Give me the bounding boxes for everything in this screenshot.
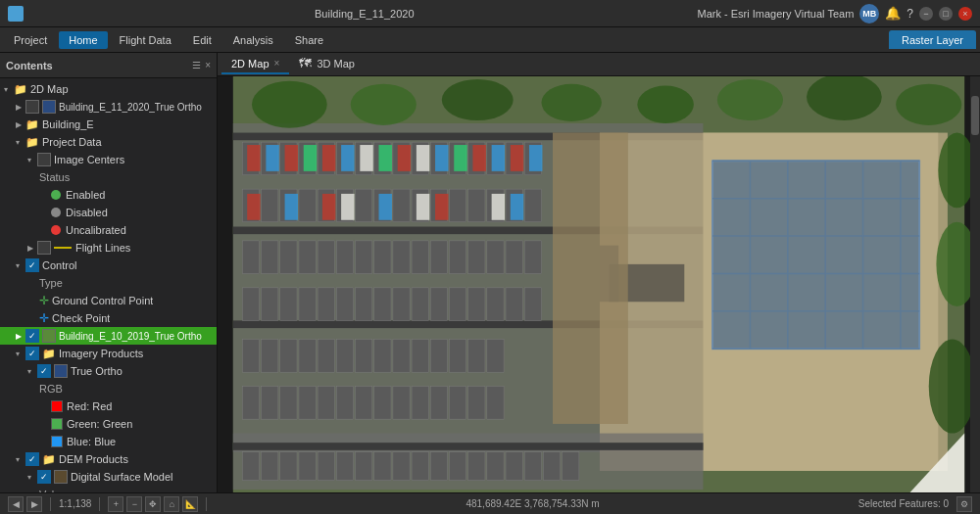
tree-item-true-ortho[interactable]: ▾ ✓ True Ortho — [0, 362, 217, 380]
svg-rect-67 — [506, 288, 522, 321]
tree-item-building-e[interactable]: ▶ 📁 Building_E — [0, 116, 217, 133]
tree-item-gcp[interactable]: ✛ Ground Control Point — [0, 292, 217, 309]
tree-item-control[interactable]: ▾ ✓ Control — [0, 257, 217, 274]
tab-2d-map[interactable]: 2D Map × — [221, 55, 289, 74]
svg-rect-52 — [524, 241, 541, 274]
svg-rect-114 — [322, 194, 335, 220]
tab-close-icon[interactable]: × — [274, 58, 280, 69]
tree-label: Value — [39, 489, 66, 492]
tab-3d-label: 3D Map — [317, 58, 355, 70]
checkbox[interactable]: ✓ — [25, 329, 39, 343]
map-tabs: 2D Map × 🗺 3D Map — [218, 53, 980, 76]
svg-rect-39 — [280, 241, 297, 274]
tree-item-2dmap[interactable]: ▾ 📁 2D Map — [0, 80, 217, 98]
svg-rect-72 — [299, 340, 316, 373]
svg-rect-82 — [487, 340, 504, 373]
svg-rect-162 — [430, 452, 447, 481]
menu-edit[interactable]: Edit — [183, 31, 221, 49]
zoom-in[interactable]: + — [108, 496, 123, 512]
tree-label: Status — [39, 171, 70, 183]
layer-icon — [54, 364, 68, 378]
svg-rect-38 — [262, 241, 278, 274]
window-controls[interactable]: − □ × — [919, 7, 972, 21]
sidebar-close[interactable]: × — [205, 60, 211, 70]
measure-icon[interactable]: 📐 — [182, 496, 198, 512]
svg-rect-37 — [242, 241, 259, 274]
minimize-button[interactable]: − — [919, 7, 933, 21]
checkbox[interactable]: ✓ — [37, 364, 51, 378]
tree-item-project-data[interactable]: ▾ 📁 Project Data — [0, 133, 217, 151]
tree-item-dsm[interactable]: ▾ ✓ Digital Surface Model — [0, 468, 217, 486]
svg-rect-73 — [318, 340, 334, 373]
main-layout: Contents ☰ × ▾ 📁 2D Map ▶ Building_E_11_… — [0, 53, 980, 492]
layer-icon — [42, 100, 56, 114]
map-scrollbar[interactable] — [970, 76, 980, 492]
tree-item-flight-lines[interactable]: ▶ Flight Lines — [0, 239, 217, 257]
svg-point-149 — [929, 340, 976, 434]
menu-home[interactable]: Home — [59, 31, 107, 49]
svg-rect-77 — [393, 340, 410, 373]
tab-3d-map[interactable]: 🗺 3D Map — [289, 53, 365, 75]
svg-rect-119 — [341, 194, 354, 220]
checkbox[interactable]: ✓ — [37, 470, 51, 484]
sidebar-list-view[interactable]: ☰ — [192, 60, 201, 70]
map-view[interactable] — [218, 76, 980, 492]
pan-icon[interactable]: ✥ — [145, 496, 161, 512]
menu-share[interactable]: Share — [285, 31, 333, 49]
svg-rect-76 — [374, 340, 391, 373]
svg-rect-159 — [374, 452, 391, 481]
nav-prev[interactable]: ◀ — [8, 496, 24, 512]
tree-label: Check Point — [52, 312, 110, 324]
nav-icons[interactable]: + − ✥ ⌂ 📐 — [108, 496, 198, 512]
tree-item-checkpoint[interactable]: ✛ Check Point — [0, 309, 217, 327]
menu-analysis[interactable]: Analysis — [223, 31, 283, 49]
folder-icon: 📁 — [42, 453, 56, 466]
checkbox[interactable]: ✓ — [25, 347, 39, 360]
checkbox[interactable] — [37, 153, 51, 166]
svg-rect-80 — [449, 340, 466, 373]
tree-label: Red: Red — [67, 400, 112, 412]
svg-rect-64 — [449, 288, 466, 321]
svg-point-144 — [717, 79, 783, 120]
svg-rect-79 — [430, 340, 447, 373]
tree-item-imagery-products[interactable]: ▾ ✓ 📁 Imagery Products — [0, 345, 217, 362]
restore-button[interactable]: □ — [939, 7, 953, 21]
zoom-out[interactable]: − — [126, 496, 142, 512]
help-icon[interactable]: ? — [906, 7, 913, 21]
menu-flightdata[interactable]: Flight Data — [110, 31, 181, 49]
tree-item-building-e11[interactable]: ▶ Building_E_11_2020_True Ortho — [0, 98, 217, 116]
tree-item-blue: Blue: Blue — [0, 433, 217, 450]
color-swatch-blue — [51, 436, 63, 447]
svg-rect-71 — [280, 340, 297, 373]
checkbox[interactable]: ✓ — [25, 452, 39, 466]
notification-icon[interactable]: 🔔 — [885, 6, 901, 21]
svg-rect-53 — [242, 288, 259, 321]
checkbox[interactable] — [37, 241, 51, 255]
tree-item-dem-products[interactable]: ▾ ✓ 📁 DEM Products — [0, 450, 217, 468]
tree-item-building-e10[interactable]: ▶ ✓ Building_E_10_2019_True Ortho — [0, 327, 217, 345]
close-button[interactable]: × — [958, 7, 972, 21]
svg-rect-94 — [449, 387, 466, 420]
svg-rect-121 — [492, 194, 505, 220]
nav-next[interactable]: ▶ — [26, 496, 42, 512]
menu-project[interactable]: Project — [4, 31, 57, 49]
tree-item-rgb: RGB — [0, 380, 217, 397]
checkbox[interactable] — [25, 100, 39, 114]
tree-item-image-centers[interactable]: ▾ Image Centers — [0, 151, 217, 168]
svg-rect-70 — [262, 340, 278, 373]
home-icon[interactable]: ⌂ — [164, 496, 179, 512]
checkbox[interactable]: ✓ — [25, 258, 39, 272]
menubar: Project Home Flight Data Edit Analysis S… — [0, 27, 980, 53]
layer-icon — [54, 470, 68, 484]
settings-icon[interactable]: ⚙ — [956, 496, 972, 512]
svg-rect-164 — [468, 452, 485, 481]
tab-raster-layer[interactable]: Raster Layer — [889, 30, 976, 49]
statusbar-right: Selected Features: 0 ⚙ — [858, 496, 972, 512]
map-nav-buttons[interactable]: ◀ ▶ — [8, 496, 42, 512]
folder-icon: 📁 — [42, 348, 56, 360]
tree-item-value: Value — [0, 486, 217, 492]
arrow-icon: ▶ — [16, 120, 25, 129]
avatar: MB — [859, 4, 879, 23]
svg-rect-78 — [412, 340, 428, 373]
svg-rect-90 — [374, 387, 391, 420]
